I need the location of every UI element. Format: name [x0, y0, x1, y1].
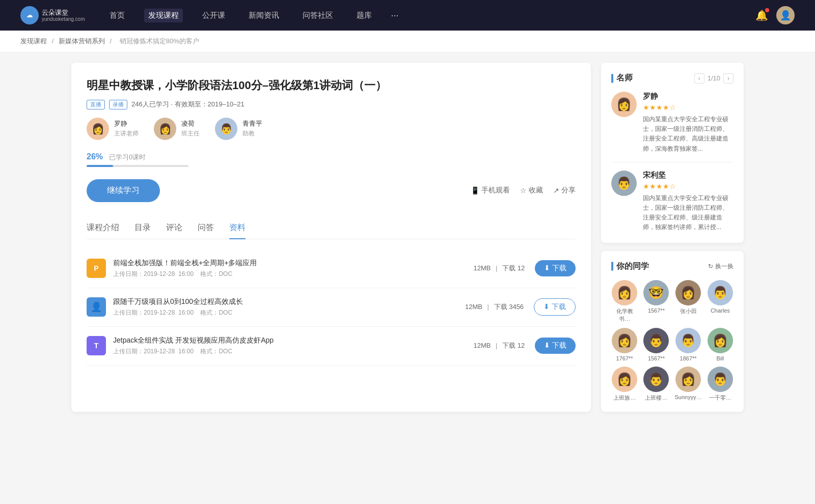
course-tabs: 课程介绍 目录 评论 问答 资料 — [87, 217, 576, 239]
classmate-5: 👨 1567** — [643, 328, 669, 361]
classmate-9: 👨 上班楼… — [643, 367, 669, 402]
share-link[interactable]: ↗ 分享 — [553, 186, 576, 195]
classmate-name-10: Sunnyyy… — [675, 394, 702, 400]
tab-review[interactable]: 评论 — [166, 217, 182, 239]
navbar: ☁ 云朵课堂 yunduoketang.com 首页 发现课程 公开课 新闻资讯… — [0, 0, 815, 31]
refresh-icon: ↻ — [708, 263, 713, 270]
classmate-avatar-4: 👩 — [612, 328, 637, 353]
file-icon-2: T — [87, 336, 106, 355]
file-item-1: 👤 跟随千万级项目从0到100全过程高效成长 上传日期：2019-12-28 1… — [87, 288, 576, 327]
logo[interactable]: ☁ 云朵课堂 yunduoketang.com — [20, 6, 85, 24]
share-icon: ↗ — [553, 186, 559, 194]
nav-more[interactable]: ··· — [391, 10, 399, 21]
breadcrumb-link-series[interactable]: 新媒体营销系列 — [59, 37, 105, 45]
course-badges: 直播 录播 246人已学习 · 有效期至：2019–10–21 — [87, 100, 576, 109]
nav-item-home[interactable]: 首页 — [105, 9, 129, 22]
file-stats-0: 12MB | 下载 12 — [473, 264, 525, 273]
famous-teacher-name-0: 罗静 — [643, 92, 734, 101]
teacher-page: 1/10 — [708, 74, 720, 82]
file-meta-0: 上传日期：2019-12-28 16:00 格式：DOC — [113, 270, 473, 278]
mobile-watch-link[interactable]: 📱 手机观看 — [471, 186, 510, 195]
nav-item-open[interactable]: 公开课 — [198, 9, 229, 22]
teacher-avatar-2: 👨 — [215, 118, 237, 140]
nav-item-news[interactable]: 新闻资讯 — [244, 9, 283, 22]
classmate-name-8: 上班族… — [613, 394, 636, 402]
classmate-name-0: 化学教书… — [611, 307, 638, 323]
teacher-next-button[interactable]: › — [723, 73, 734, 83]
classmate-name-7: Bill — [717, 355, 724, 361]
classmate-avatar-11: 👨 — [708, 367, 733, 392]
classmate-name-4: 1767** — [616, 355, 633, 361]
tab-materials[interactable]: 资料 — [229, 217, 246, 239]
continue-button[interactable]: 继续学习 — [87, 179, 160, 202]
classmate-name-9: 上班楼… — [645, 394, 667, 402]
classmate-avatar-1: 🤓 — [643, 280, 669, 305]
notification-bell[interactable]: 🔔 — [755, 9, 768, 21]
file-title-2: Jetpack全组件实战 开发短视频应用高仿皮皮虾App — [113, 336, 473, 345]
progress-pct: 26% — [87, 152, 103, 161]
classmate-avatar-7: 👩 — [708, 328, 733, 353]
teachers-row: 👩 罗静 主讲老师 👩 凌荷 班主任 👨 青青平 助教 — [87, 118, 576, 140]
course-meta: 246人已学习 · 有效期至：2019–10–21 — [131, 100, 244, 109]
tab-intro[interactable]: 课程介绍 — [87, 217, 119, 239]
file-meta-1: 上传日期：2019-12-28 16:00 格式：DOC — [113, 309, 465, 317]
classmate-name-3: Charles — [711, 307, 730, 314]
classmate-avatar-5: 👨 — [643, 328, 669, 353]
file-meta-2: 上传日期：2019-12-28 16:00 格式：DOC — [113, 347, 473, 356]
breadcrumb-link-discover[interactable]: 发现课程 — [20, 37, 47, 45]
main-container: 明星中教授课，小学阶段语法100分–强化级第1讲动词（一） 直播 录播 246人… — [51, 52, 764, 422]
famous-teacher-1: 👨 宋利坚 ★★★★☆ 国内某重点大学安全工程专业硕士，国家一级注册消防工程师、… — [611, 171, 734, 233]
file-icon-1: 👤 — [87, 297, 106, 317]
teacher-1: 👩 凌荷 班主任 — [154, 118, 200, 140]
progress-section: 26% 已学习0课时 — [87, 152, 576, 167]
nav-item-qa[interactable]: 问答社区 — [298, 9, 337, 22]
classmate-4: 👩 1767** — [611, 328, 638, 361]
badge-live: 直播 — [87, 100, 105, 109]
tab-catalog[interactable]: 目录 — [134, 217, 151, 239]
file-stats-1: 12MB | 下载 3456 — [465, 302, 524, 312]
teacher-role-2: 助教 — [242, 129, 262, 138]
user-avatar[interactable]: 👤 — [776, 6, 795, 24]
file-icon-0: P — [87, 259, 106, 278]
famous-teacher-avatar-0: 👩 — [611, 92, 637, 117]
logo-text: 云朵课堂 — [42, 9, 85, 17]
mobile-icon: 📱 — [471, 186, 479, 194]
file-info-2: Jetpack全组件实战 开发短视频应用高仿皮皮虾App 上传日期：2019-1… — [113, 336, 473, 356]
star-icon: ☆ — [520, 186, 527, 194]
refresh-classmates-button[interactable]: ↻ 换一换 — [708, 262, 734, 271]
famous-teacher-0: 👩 罗静 ★★★★☆ 国内某重点大学安全工程专业硕士，国家一级注册消防工程师、注… — [611, 92, 734, 162]
teacher-avatar-0: 👩 — [87, 118, 109, 140]
classmate-1: 🤓 1567** — [643, 280, 669, 323]
file-title-0: 前端全栈加强版！前端全栈+全周期+多端应用 — [113, 259, 473, 268]
classmates-title: 你的同学 — [611, 261, 649, 272]
download-button-2[interactable]: ⬇ 下载 — [535, 338, 576, 354]
nav-items: 首页 发现课程 公开课 新闻资讯 问答社区 题库 ··· — [105, 9, 755, 22]
left-panel: 明星中教授课，小学阶段语法100分–强化级第1讲动词（一） 直播 录播 246人… — [71, 63, 591, 412]
download-button-1[interactable]: ⬇ 下载 — [534, 298, 576, 316]
nav-item-quiz[interactable]: 题库 — [352, 9, 376, 22]
progress-bar-bg — [87, 165, 188, 167]
classmate-6: 👨 1867** — [675, 328, 702, 361]
file-info-0: 前端全栈加强版！前端全栈+全周期+多端应用 上传日期：2019-12-28 16… — [113, 259, 473, 278]
breadcrumb-sep-1: / — [52, 37, 56, 45]
classmate-name-1: 1567** — [648, 307, 665, 314]
teacher-role-1: 班主任 — [181, 129, 200, 138]
classmates-card: 你的同学 ↻ 换一换 👩 化学教书… 🤓 1567** 👩 张 — [601, 251, 744, 412]
teacher-name-0: 罗静 — [114, 119, 139, 128]
tab-qa[interactable]: 问答 — [198, 217, 214, 239]
notification-dot — [765, 8, 769, 12]
famous-teacher-name-1: 宋利坚 — [643, 171, 734, 180]
collect-link[interactable]: ☆ 收藏 — [520, 186, 543, 195]
teacher-prev-button[interactable]: ‹ — [694, 73, 704, 83]
download-button-0[interactable]: ⬇ 下载 — [535, 260, 576, 276]
classmate-8: 👩 上班族… — [611, 367, 638, 402]
teacher-2: 👨 青青平 助教 — [215, 118, 262, 140]
file-title-1: 跟随千万级项目从0到100全过程高效成长 — [113, 297, 465, 306]
classmate-2: 👩 张小田 — [675, 280, 702, 323]
nav-item-discover[interactable]: 发现课程 — [144, 9, 183, 22]
famous-teacher-avatar-1: 👨 — [611, 171, 637, 196]
classmate-avatar-10: 👩 — [675, 367, 701, 392]
file-list: P 前端全栈加强版！前端全栈+全周期+多端应用 上传日期：2019-12-28 … — [87, 249, 576, 366]
breadcrumb-sep-2: / — [110, 37, 113, 45]
teacher-role-0: 主讲老师 — [114, 129, 139, 138]
